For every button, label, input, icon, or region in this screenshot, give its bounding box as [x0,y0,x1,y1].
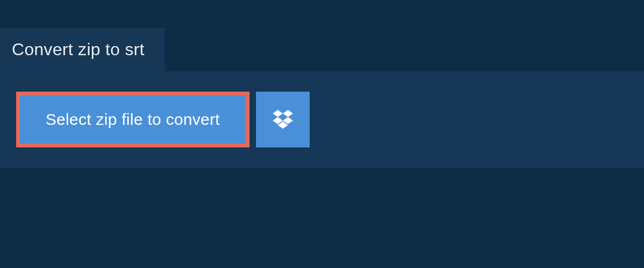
select-file-button[interactable]: Select zip file to convert [16,92,250,147]
svg-marker-1 [283,110,293,117]
select-file-label: Select zip file to convert [46,110,220,129]
tab-header: Convert zip to srt [0,28,165,71]
svg-marker-0 [273,110,283,117]
dropbox-button[interactable] [256,92,310,147]
content-panel: Select zip file to convert [0,71,644,168]
button-row: Select zip file to convert [16,92,628,147]
dropbox-icon [273,110,293,129]
page-title: Convert zip to srt [12,40,144,59]
